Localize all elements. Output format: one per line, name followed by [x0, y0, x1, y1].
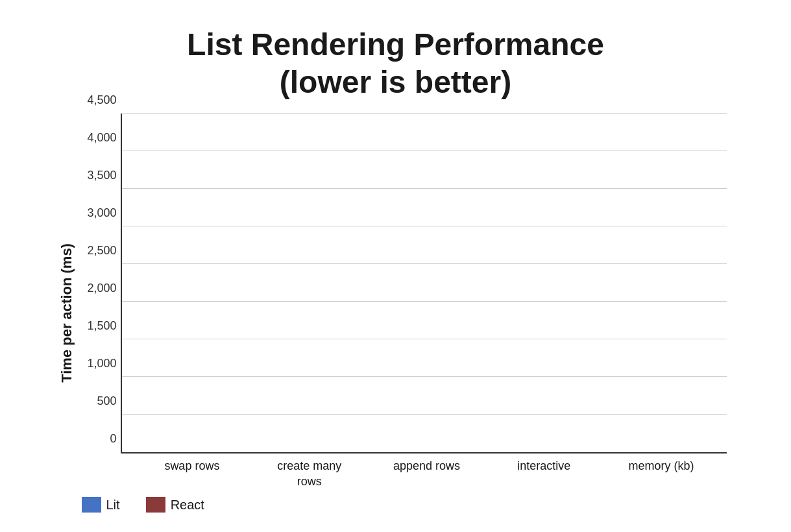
legend-lit-label: Lit	[106, 498, 120, 513]
y-tick-label-zero: 0	[110, 432, 116, 446]
legend-item-react: React	[146, 497, 204, 513]
y-tick-label: 2,500	[87, 244, 116, 258]
legend-swatch-lit	[82, 497, 101, 513]
y-tick-label: 3,500	[87, 169, 116, 182]
y-tick-label: 2,000	[87, 282, 116, 295]
legend-item-lit: Lit	[82, 497, 120, 513]
title-line1: List Rendering Performance	[187, 27, 604, 62]
title-line2: (lower is better)	[280, 65, 511, 99]
bars-section	[122, 114, 727, 452]
legend-swatch-react	[146, 497, 165, 513]
x-label: interactive	[508, 459, 579, 489]
chart-inner: 4,5004,0003,5003,0002,5002,0001,5001,000…	[82, 114, 733, 513]
y-tick-label: 4,000	[87, 131, 116, 145]
chart-title: List Rendering Performance (lower is bet…	[187, 26, 604, 101]
x-label: memory (kb)	[626, 459, 697, 489]
y-tick-label: 1,000	[87, 357, 116, 370]
y-axis-label: Time per action (ms)	[58, 114, 75, 513]
x-label: append rows	[391, 459, 462, 489]
chart-area: Time per action (ms) 4,5004,0003,5003,00…	[58, 114, 733, 513]
y-tick-label: 500	[97, 394, 116, 408]
y-tick-label: 4,500	[87, 93, 116, 107]
x-labels: swap rowscreate manyrowsappend rowsinter…	[82, 453, 733, 489]
y-tick-label: 3,000	[87, 206, 116, 220]
grid-and-bars: 4,5004,0003,5003,0002,5002,0001,5001,000…	[121, 114, 727, 453]
x-label: swap rows	[156, 459, 228, 489]
chart-container: List Rendering Performance (lower is bet…	[39, 13, 753, 519]
legend-react-label: React	[171, 498, 204, 513]
y-tick-label: 1,500	[87, 319, 116, 333]
x-label: create manyrows	[274, 459, 345, 489]
legend: Lit React	[82, 497, 733, 513]
